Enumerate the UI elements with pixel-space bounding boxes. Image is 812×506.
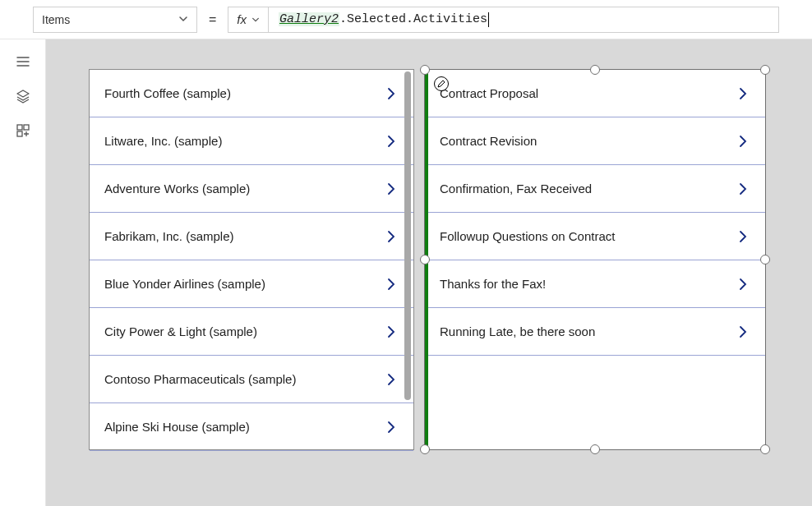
left-toolbar (0, 39, 46, 506)
resize-handle[interactable] (760, 65, 770, 75)
resize-handle[interactable] (760, 255, 770, 264)
resize-handle[interactable] (420, 444, 430, 454)
text-caret (488, 12, 489, 27)
gallery-row[interactable]: Fabrikam, Inc. (sample) (90, 213, 413, 260)
resize-handle[interactable] (760, 444, 770, 454)
chevron-right-icon (385, 324, 400, 340)
row-label: Fourth Coffee (sample) (104, 86, 231, 100)
chevron-right-icon (385, 228, 400, 245)
chevron-right-icon (737, 85, 752, 102)
row-label: Running Late, be there soon (440, 324, 595, 338)
resize-handle[interactable] (590, 444, 600, 454)
gallery-row[interactable]: Blue Yonder Airlines (sample) (90, 260, 413, 308)
scrollbar[interactable] (404, 71, 411, 400)
row-label: Fabrikam, Inc. (sample) (104, 229, 234, 243)
components-icon[interactable] (16, 123, 30, 138)
formula-input[interactable]: Gallery2.Selected.Activities (269, 7, 779, 33)
row-label: Contract Proposal (440, 86, 538, 100)
chevron-right-icon (737, 133, 752, 150)
row-label: City Power & Light (sample) (104, 324, 257, 338)
chevron-right-icon (385, 419, 400, 435)
gallery-row[interactable]: Followup Questions on Contract (425, 213, 765, 260)
chevron-right-icon (737, 324, 752, 340)
row-label: Alpine Ski House (sample) (104, 420, 250, 434)
gallery-activities[interactable]: Contract Proposal Contract Revision Conf… (424, 69, 766, 450)
resize-handle[interactable] (420, 65, 430, 75)
chevron-right-icon (737, 181, 752, 197)
fx-label: fx (237, 12, 247, 26)
chevron-right-icon (385, 276, 400, 292)
row-label: Contoso Pharmaceuticals (sample) (104, 372, 296, 386)
equals-label: = (197, 12, 228, 27)
gallery-row[interactable]: City Power & Light (sample) (90, 308, 413, 356)
gallery-accounts[interactable]: Fourth Coffee (sample) Litware, Inc. (sa… (89, 69, 414, 450)
property-selector-value: Items (42, 13, 70, 26)
chevron-right-icon (385, 181, 400, 197)
svg-rect-2 (17, 131, 22, 136)
gallery-row[interactable]: Contract Proposal (425, 70, 765, 117)
property-selector[interactable]: Items (33, 7, 197, 33)
row-label: Blue Yonder Airlines (sample) (104, 277, 265, 291)
row-label: Thanks for the Fax! (440, 277, 546, 291)
layers-icon[interactable] (16, 89, 30, 104)
formula-token-gallery: Gallery2 (279, 12, 339, 26)
chevron-right-icon (385, 371, 400, 388)
gallery-row[interactable]: Running Late, be there soon (425, 308, 765, 356)
svg-rect-0 (17, 125, 22, 130)
gallery-row[interactable]: Contract Revision (425, 117, 765, 165)
gallery-row[interactable]: Litware, Inc. (sample) (90, 117, 413, 165)
formula-bar: Items = fx Gallery2.Selected.Activities (0, 0, 812, 39)
gallery-row[interactable]: Thanks for the Fax! (425, 260, 765, 308)
chevron-down-icon (178, 13, 188, 26)
resize-handle[interactable] (420, 255, 430, 264)
chevron-right-icon (385, 133, 400, 150)
gallery-row[interactable]: Alpine Ski House (sample) (90, 403, 413, 451)
gallery-row[interactable]: Fourth Coffee (sample) (90, 70, 413, 117)
hamburger-icon[interactable] (16, 54, 30, 69)
chevron-right-icon (385, 85, 400, 102)
row-label: Confirmation, Fax Received (440, 182, 592, 196)
row-label: Contract Revision (440, 134, 537, 148)
chevron-right-icon (737, 228, 752, 245)
row-label: Litware, Inc. (sample) (104, 134, 222, 148)
canvas[interactable]: Fourth Coffee (sample) Litware, Inc. (sa… (46, 39, 812, 506)
gallery-row[interactable]: Confirmation, Fax Received (425, 165, 765, 213)
row-label: Followup Questions on Contract (440, 229, 615, 243)
fx-button[interactable]: fx (228, 7, 269, 33)
row-label: Adventure Works (sample) (104, 182, 250, 196)
formula-token-rest: .Selected.Activities (339, 12, 487, 26)
chevron-down-icon (251, 12, 260, 26)
template-edit-icon[interactable] (434, 76, 449, 91)
gallery-row[interactable]: Contoso Pharmaceuticals (sample) (90, 356, 413, 403)
svg-rect-1 (24, 125, 29, 130)
gallery-row[interactable]: Adventure Works (sample) (90, 165, 413, 213)
chevron-right-icon (737, 276, 752, 292)
resize-handle[interactable] (590, 65, 600, 75)
